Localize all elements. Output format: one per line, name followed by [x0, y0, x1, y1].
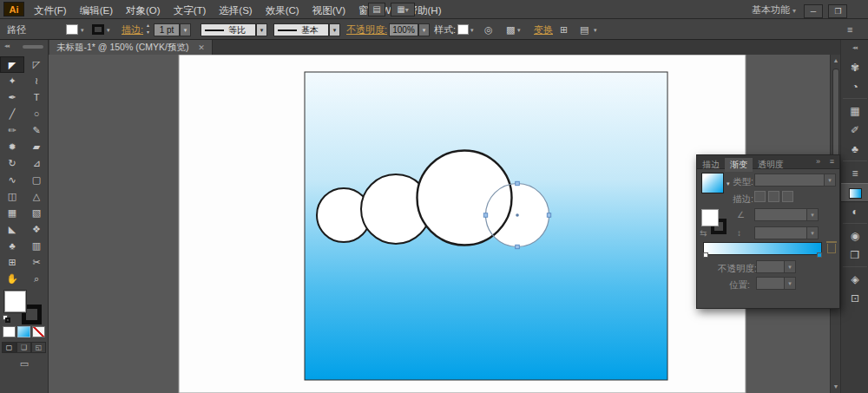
scrollbar-thumb[interactable]: [832, 69, 839, 164]
selection-tool[interactable]: ◤: [0, 56, 24, 73]
dock-color-guide-icon[interactable]: ◔: [841, 77, 868, 96]
dock-brushes-icon[interactable]: ✐: [841, 121, 868, 140]
brush-dropdown[interactable]: ▾: [329, 23, 340, 36]
menu-item-6[interactable]: 视图(V): [310, 1, 348, 20]
opacity-field[interactable]: 100%: [389, 23, 418, 36]
draw-behind-button[interactable]: ❏: [16, 342, 31, 353]
dock-color-icon[interactable]: ✾: [841, 58, 868, 77]
tools-grabber[interactable]: [23, 45, 43, 49]
recolor-artwork-icon[interactable]: ◎: [484, 23, 493, 36]
close-tab-icon[interactable]: ✕: [198, 43, 205, 52]
arrange-documents-icon[interactable]: ▦▾: [391, 3, 415, 16]
dock-swatches-icon[interactable]: ▦: [841, 102, 868, 121]
dock-layers-icon[interactable]: ◈: [841, 270, 868, 289]
eraser-tool[interactable]: ▰: [24, 139, 49, 155]
direct-selection-tool[interactable]: ◸: [24, 56, 49, 73]
minimize-button[interactable]: ─: [804, 4, 823, 18]
panel-tab-描边[interactable]: 描边: [697, 158, 725, 172]
stroke-panel-link[interactable]: 描边:: [122, 23, 143, 36]
paintbrush-tool[interactable]: ✏: [0, 122, 24, 139]
style-swatch[interactable]: [457, 24, 469, 35]
workspace-switcher[interactable]: 基本功能 ▾: [752, 0, 796, 19]
gradient-fill-thumbnail[interactable]: [701, 173, 724, 193]
dock-transparency-icon[interactable]: ◐: [841, 202, 868, 221]
stroke-color-swatch[interactable]: [92, 24, 104, 35]
chevron-down-icon[interactable]: ▾: [517, 27, 521, 34]
menu-item-3[interactable]: 文字(T): [171, 1, 209, 20]
restore-button[interactable]: ❐: [828, 4, 847, 18]
gradient-stop-start[interactable]: [703, 252, 708, 258]
zoom-tool[interactable]: ⌕: [24, 271, 49, 287]
dock-appearance-icon[interactable]: ◉: [841, 226, 868, 246]
free-transform-tool[interactable]: ▢: [24, 172, 49, 188]
dock-graphic-styles-icon[interactable]: ❒: [841, 246, 868, 265]
expand-dock-icon[interactable]: ◂◂: [840, 40, 868, 55]
gradient-fill-proxy[interactable]: [701, 209, 719, 226]
blob-brush-tool[interactable]: ✹: [0, 139, 24, 155]
fill-proxy[interactable]: [4, 291, 26, 312]
eyedropper-tool[interactable]: ◣: [0, 221, 24, 238]
magic-wand-tool[interactable]: ✦: [0, 73, 24, 89]
menu-item-4[interactable]: 选择(S): [216, 1, 254, 20]
perspective-grid-tool[interactable]: △: [24, 188, 49, 205]
dock-gradient-icon[interactable]: [841, 183, 868, 202]
stroke-weight-dropdown[interactable]: ▾: [180, 23, 191, 36]
document-tab[interactable]: 未标题-1* @ 150% (CMYK/预览) ✕: [49, 40, 213, 55]
menu-item-2[interactable]: 对象(O): [123, 1, 163, 20]
artboard-tool[interactable]: ⊞: [0, 254, 24, 271]
panel-tab-渐变[interactable]: 渐变: [725, 158, 753, 172]
dock-artboards-icon[interactable]: ⊡: [841, 289, 868, 308]
ellipse-tool[interactable]: ○: [24, 106, 49, 122]
width-tool[interactable]: ∿: [0, 172, 24, 188]
chevron-down-icon[interactable]: ▾: [594, 27, 597, 34]
apply-none-button[interactable]: [32, 326, 45, 337]
dock-symbols-icon[interactable]: ♣: [841, 140, 868, 159]
draw-inside-button[interactable]: ◱: [31, 342, 46, 353]
opacity-dropdown[interactable]: ▾: [418, 23, 430, 36]
anchor-point[interactable]: [547, 213, 551, 218]
collapse-tools-icon[interactable]: ◂◂: [4, 43, 9, 49]
gradient-presets-dropdown-icon[interactable]: ▾: [727, 180, 730, 187]
profile-dropdown[interactable]: ▾: [256, 23, 267, 36]
gradient-ramp[interactable]: [703, 242, 822, 255]
align-icon[interactable]: ⊞: [560, 23, 568, 36]
panel-menu-icon[interactable]: ≡: [830, 157, 834, 166]
options-icon[interactable]: ▤: [580, 23, 589, 36]
variable-width-profile-select[interactable]: 等比: [201, 23, 256, 36]
blend-tool[interactable]: ❖: [24, 221, 49, 238]
control-panel-menu-icon[interactable]: ≡: [847, 23, 852, 36]
dock-stroke-icon[interactable]: ≡: [841, 164, 868, 183]
line-segment-tool[interactable]: ╱: [0, 106, 24, 122]
default-fill-stroke-icon[interactable]: [3, 315, 10, 323]
slice-tool[interactable]: ✂: [24, 254, 49, 271]
menu-item-1[interactable]: 编辑(E): [77, 1, 115, 20]
menu-item-0[interactable]: 文件(F): [31, 1, 69, 20]
pen-tool[interactable]: ✒: [0, 89, 24, 106]
shape-builder-tool[interactable]: ◫: [0, 188, 24, 205]
fill-color-swatch[interactable]: [66, 24, 78, 35]
collapse-panel-icon[interactable]: »: [816, 157, 820, 166]
opacity-panel-link[interactable]: 不透明度:: [346, 23, 387, 36]
column-graph-tool[interactable]: ▥: [24, 238, 49, 254]
mesh-tool[interactable]: ▦: [0, 205, 24, 221]
transform-panel-link[interactable]: 变换: [534, 23, 553, 36]
screen-mode-button[interactable]: ▭: [12, 358, 36, 370]
arrange-window-icon[interactable]: ▤: [368, 3, 385, 16]
apply-gradient-button[interactable]: [17, 326, 30, 337]
anchor-point[interactable]: [483, 213, 488, 218]
hand-tool[interactable]: ✋: [0, 271, 24, 287]
pencil-tool[interactable]: ✎: [24, 122, 49, 139]
anchor-point[interactable]: [516, 181, 520, 186]
chevron-down-icon[interactable]: ▾: [470, 27, 474, 34]
apply-color-button[interactable]: [3, 326, 16, 337]
menu-item-5[interactable]: 效果(C): [263, 1, 302, 20]
gradient-tool[interactable]: ▧: [24, 205, 49, 221]
stroke-weight-field[interactable]: 1 pt: [154, 23, 180, 36]
stroke-weight-stepper[interactable]: ▴▾: [144, 22, 152, 36]
select-similar-icon[interactable]: ▩: [506, 23, 515, 36]
cloud-circle-3[interactable]: [418, 151, 512, 246]
chevron-down-icon[interactable]: ▾: [81, 27, 84, 34]
panel-tab-透明度[interactable]: 透明度: [753, 158, 789, 172]
brush-definition-select[interactable]: 基本: [273, 23, 329, 36]
lasso-tool[interactable]: ≀: [24, 73, 49, 89]
